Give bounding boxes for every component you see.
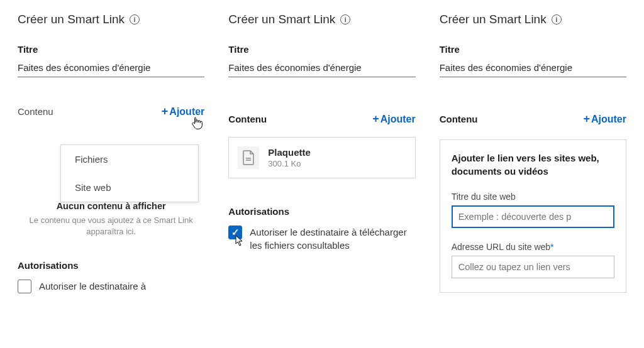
titre-label: Titre [440, 44, 626, 55]
file-icon [238, 146, 259, 169]
info-icon[interactable]: i [552, 14, 562, 24]
file-card[interactable]: Plaquette 300.1 Ko [228, 137, 415, 178]
site-url-input[interactable] [452, 256, 614, 278]
panel-create-1: Créer un Smart Link i Titre Contenu + Aj… [18, 13, 204, 335]
panel-heading: Créer un Smart Link i [440, 13, 626, 26]
add-link-card: Ajouter le lien vers les sites web, docu… [440, 139, 626, 293]
ajouter-label: Ajouter [591, 114, 626, 125]
heading-text: Créer un Smart Link [228, 13, 335, 26]
heading-text: Créer un Smart Link [440, 13, 547, 26]
site-title-input[interactable] [452, 205, 614, 228]
titre-input[interactable] [18, 60, 204, 77]
allow-download-label: Autoriser le destinataire à télécharger … [250, 226, 415, 252]
panel-heading: Créer un Smart Link i [18, 13, 204, 26]
contenu-label: Contenu [228, 114, 267, 124]
ajouter-button[interactable]: + Ajouter [372, 112, 416, 126]
allow-download-checkbox[interactable] [18, 280, 31, 293]
info-icon[interactable]: i [340, 14, 350, 24]
allow-download-label: Autoriser le destinataire à [39, 280, 146, 293]
autorisations-heading: Autorisations [228, 206, 415, 217]
ajouter-button[interactable]: + Ajouter [162, 105, 205, 118]
titre-input[interactable] [440, 60, 626, 77]
cursor-arrow-icon [235, 235, 244, 246]
contenu-label: Contenu [18, 106, 53, 117]
file-name: Plaquette [268, 147, 311, 158]
dropdown-item-siteweb[interactable]: Site web [61, 173, 198, 202]
info-icon[interactable]: i [130, 14, 140, 24]
titre-input[interactable] [228, 60, 415, 77]
titre-label: Titre [18, 44, 204, 55]
titre-label: Titre [228, 44, 415, 55]
heading-text: Créer un Smart Link [18, 13, 125, 26]
ajouter-label: Ajouter [169, 106, 204, 117]
dropdown-item-fichiers[interactable]: Fichiers [61, 145, 198, 173]
ajouter-dropdown: Fichiers Site web [60, 144, 199, 202]
autorisations-heading: Autorisations [18, 260, 204, 271]
site-title-label: Titre du site web [452, 192, 614, 202]
contenu-label: Contenu [440, 114, 478, 124]
empty-content-subtitle: Le contenu que vous ajoutez à ce Smart L… [18, 215, 204, 237]
empty-content-title: Aucun contenu à afficher [18, 201, 204, 211]
cursor-hand-icon [191, 116, 203, 130]
panel-create-2: Créer un Smart Link i Titre Contenu + Aj… [228, 13, 415, 335]
file-size: 300.1 Ko [268, 159, 311, 168]
ajouter-button[interactable]: + Ajouter [583, 112, 626, 126]
site-url-label-text: Adresse URL du site web [452, 242, 550, 252]
plus-icon: + [162, 105, 169, 118]
panel-heading: Créer un Smart Link i [228, 13, 415, 26]
allow-download-checkbox[interactable]: ✓ [228, 226, 242, 239]
site-url-label: Adresse URL du site web* [452, 242, 614, 252]
plus-icon: + [372, 112, 379, 126]
add-link-heading: Ajouter le lien vers les sites web, docu… [452, 151, 614, 178]
plus-icon: + [583, 112, 590, 126]
panel-create-3: Créer un Smart Link i Titre Contenu + Aj… [440, 13, 626, 335]
required-asterisk: * [550, 242, 553, 252]
ajouter-label: Ajouter [380, 114, 416, 125]
